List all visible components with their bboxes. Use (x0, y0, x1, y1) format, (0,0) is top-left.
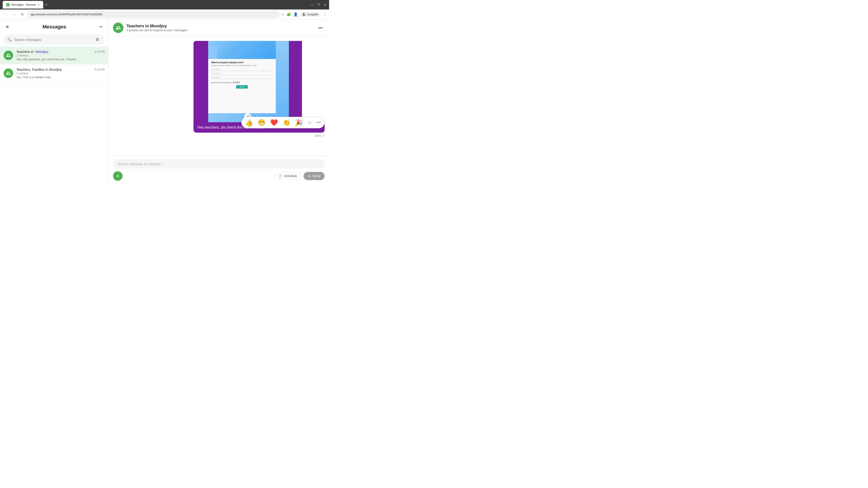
schedule-label: Schedule (284, 174, 297, 178)
chat-input-bar[interactable]: Send a message to 0 people... (113, 159, 324, 168)
conv-info: Teachers in Moodjoy 6:20 PM 1 member You… (16, 50, 105, 61)
restore-button[interactable]: ❐ (317, 3, 320, 6)
conv-info: Teachers, Families in Moodjoy 5:44 PM 1 … (16, 68, 105, 79)
send-button[interactable]: ➤ Send (304, 172, 324, 180)
col-right-1 (276, 41, 289, 122)
chat-subtitle: 0 people can see & respond to your messa… (127, 29, 313, 32)
conv-time: 6:20 PM (94, 50, 105, 53)
sidebar-header: ✕ Messages ✏ (0, 20, 108, 33)
search-input[interactable] (14, 38, 92, 41)
chat-messages: Want to Acquire Sample.com? Sample.com w… (108, 36, 329, 156)
conv-avatar (4, 51, 13, 60)
app-container: ✕ Messages ✏ 🔍 ⚙ Teachers in Moodjoy (0, 20, 329, 184)
close-button[interactable]: ✕ (324, 3, 327, 6)
col-center: Want to Acquire Sample.com? Sample.com w… (208, 41, 276, 122)
search-bar[interactable]: 🔍 ⚙ (4, 34, 105, 45)
tab-favicon: S (6, 3, 9, 6)
sidebar-close-button[interactable]: ✕ (5, 24, 9, 30)
main-chat: Teachers in Moodjoy 0 people can see & r… (108, 20, 329, 184)
chat-input-area: Send a message to 0 people... + 🕐 Schedu… (108, 156, 329, 184)
reaction-bar: 👍 😁 ❤️ 👏 🎉 ☺ ••• (241, 117, 324, 128)
reaction-options-button[interactable]: ••• (316, 120, 321, 125)
attachment-collage: Want to Acquire Sample.com? Sample.com w… (193, 41, 302, 122)
nav-icons: ☆ 🧩 👤 🕵 Incognito ⋮ (281, 12, 327, 17)
reaction-grin[interactable]: 😁 (258, 119, 266, 126)
reaction-clap[interactable]: 👏 (283, 119, 290, 126)
col-form: Want to Acquire Sample.com? Sample.com w… (208, 59, 276, 113)
nav-bar: ← → ↻ app.seesaw.me/c/conv.01HR4FNQSKJRF… (0, 9, 329, 20)
filter-button[interactable]: ⚙ (94, 36, 101, 43)
schedule-icon: 🕐 (278, 174, 282, 178)
field-message: Message (211, 76, 273, 79)
conversation-list: Teachers in Moodjoy 6:20 PM 1 member You… (0, 46, 108, 184)
conv-name: Teachers, Families in Moodjoy (16, 68, 62, 71)
profile-icon[interactable]: 👤 (293, 12, 298, 17)
conv-members: 1 member (16, 72, 105, 75)
tab-title: Messages - Seesaw (11, 3, 36, 6)
add-button[interactable]: + (113, 171, 123, 181)
window-controls: — ❐ ✕ (310, 3, 327, 6)
field-email: Your Email (211, 72, 273, 75)
col-left (193, 41, 208, 122)
send-icon: ➤ (308, 174, 311, 178)
form-send-button[interactable]: SEND (236, 85, 248, 89)
more-options-icon[interactable]: ⋮ (323, 12, 327, 17)
active-tab[interactable]: S Messages - Seesaw ✕ (3, 1, 43, 8)
sent-check-icon: ✓ (322, 134, 324, 137)
chat-avatar (113, 23, 123, 33)
conv-preview: You: Hey teachers, pls check this out. T… (16, 58, 105, 61)
conversation-item[interactable]: Teachers, Families in Moodjoy 5:44 PM 1 … (0, 64, 108, 82)
tab-close-button[interactable]: ✕ (37, 3, 39, 6)
schedule-button[interactable]: 🕐 Schedule (274, 172, 301, 180)
browser-tabs: S Messages - Seesaw ✕ + (3, 0, 49, 9)
chat-header-info: Teachers in Moodjoy 0 people can see & r… (127, 24, 313, 32)
reaction-smiley-button[interactable]: ☺ (307, 120, 312, 125)
conv-time: 5:44 PM (94, 68, 105, 71)
back-button[interactable]: ← (3, 11, 9, 18)
compose-button[interactable]: ✏ (99, 24, 103, 29)
sidebar: ✕ Messages ✏ 🔍 ⚙ Teachers in Moodjoy (0, 20, 108, 184)
captcha-text: C 4 5 K (233, 81, 240, 84)
refresh-button[interactable]: ↻ (19, 11, 25, 18)
browser-chrome: S Messages - Seesaw ✕ + — ❐ ✕ (0, 0, 329, 9)
incognito-badge: 🕵 Incognito (300, 12, 320, 17)
new-tab-button[interactable]: + (44, 2, 49, 8)
minimize-button[interactable]: — (310, 3, 313, 6)
conv-name: Teachers in Moodjoy (16, 50, 49, 54)
chat-actions: + 🕐 Schedule ➤ Send (113, 171, 324, 181)
reaction-heart[interactable]: ❤️ (270, 119, 278, 126)
chat-title: Teachers in Moodjoy (127, 24, 313, 29)
col-right-2 (289, 41, 302, 122)
extensions-icon[interactable]: 🧩 (287, 12, 291, 17)
conv-preview: You: This is a sample note. (16, 75, 105, 79)
field-name: Your Name (211, 68, 273, 71)
conversation-item[interactable]: Teachers in Moodjoy 6:20 PM 1 member You… (0, 46, 108, 64)
message-sent-row: Sent ✓ (113, 133, 324, 138)
incognito-label: Incognito (307, 13, 318, 16)
forward-button[interactable]: → (11, 11, 17, 18)
address-bar[interactable]: app.seesaw.me/c/conv.01HR4FNQSKJRF4332PS… (27, 11, 279, 18)
sent-label: Sent (315, 134, 321, 137)
incognito-icon: 🕵 (303, 13, 306, 16)
bookmark-icon[interactable]: ☆ (281, 12, 284, 17)
conv-avatar (4, 68, 13, 78)
conv-members: 1 member (16, 54, 105, 57)
url-text: app.seesaw.me/c/conv.01HR4FNQSKJRF4332PS… (31, 13, 102, 16)
chat-more-button[interactable]: ••• (316, 24, 324, 31)
captcha-label: Type in these security letters C 4 5 K (211, 81, 273, 84)
reaction-thumbsup[interactable]: 👍 (245, 119, 253, 126)
search-icon: 🔍 (7, 37, 12, 42)
form-subtitle: Sample.com was registered by the Castell… (211, 64, 273, 66)
chat-input-placeholder: Send a message to 0 people... (118, 162, 163, 166)
chat-header: Teachers in Moodjoy 0 people can see & r… (108, 20, 329, 36)
reaction-party[interactable]: 🎉 (295, 119, 303, 126)
send-label: Send (313, 174, 320, 178)
col-top-image (208, 41, 276, 59)
form-title: Want to Acquire Sample.com? (211, 61, 273, 64)
sidebar-title: Messages (9, 24, 99, 30)
